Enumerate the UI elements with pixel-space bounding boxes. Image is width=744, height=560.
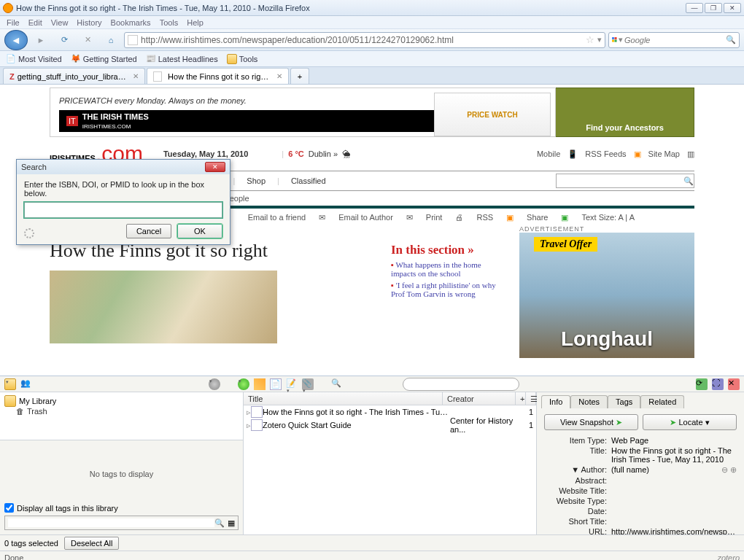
tool-email-friend[interactable]: Email to a friend <box>248 213 306 222</box>
tab-info[interactable]: Info <box>541 395 570 408</box>
minimize-button[interactable]: — <box>686 3 703 13</box>
tab-close-icon[interactable]: ✕ <box>133 72 139 80</box>
actions-menu-icon[interactable] <box>209 378 220 390</box>
tab-notes[interactable]: Notes <box>570 395 608 408</box>
link-sitemap[interactable]: Site Map <box>648 149 680 158</box>
trash[interactable]: 🗑Trash <box>16 407 239 416</box>
search-icon[interactable]: 🔍 <box>214 518 225 528</box>
menu-tools[interactable]: Tools <box>156 18 182 27</box>
new-note-menu-icon[interactable]: 📝 <box>286 378 298 390</box>
display-all-tags-checkbox[interactable]: Display all tags in this library <box>4 503 239 513</box>
banner-pricewatch[interactable]: PRICEWATCH every Monday. Always on the m… <box>50 88 556 137</box>
tab-zotero-docs[interactable]: Z getting_stuff_into_your_library [Zot..… <box>3 68 145 84</box>
sync-icon[interactable]: ⟳ <box>696 378 708 390</box>
zotero-search-input[interactable] <box>403 378 519 391</box>
url-bar[interactable]: ☆ ▾ <box>124 32 605 48</box>
section-link[interactable]: What happens in the home impacts on the … <box>391 260 497 278</box>
link-mobile[interactable]: Mobile <box>537 149 560 158</box>
tag-menu-icon[interactable]: ▦ <box>228 518 235 528</box>
tool-share[interactable]: Share <box>527 213 548 222</box>
bookmark-tools[interactable]: Tools <box>227 54 258 64</box>
tab-irish-times[interactable]: How the Finns got it so right - Th... ✕ <box>147 68 289 84</box>
search-engine-dropdown[interactable]: ▾ <box>619 35 623 44</box>
nav-item[interactable]: Classified <box>291 176 326 185</box>
col-creator[interactable]: Creator <box>443 392 516 405</box>
meta-itemtype[interactable]: Web Page <box>611 436 737 445</box>
my-library[interactable]: My Library <box>4 395 239 407</box>
site-search[interactable]: 🔍 <box>556 174 694 188</box>
home-button[interactable]: ⌂ <box>101 31 121 50</box>
attach-icon[interactable]: 📎 <box>302 378 314 390</box>
tool-rss[interactable]: RSS <box>476 213 493 222</box>
view-snapshot-button[interactable]: View Snapshot ➤ <box>544 414 638 430</box>
tab-related[interactable]: Related <box>640 395 684 408</box>
identifier-input[interactable] <box>24 202 222 218</box>
toggle-fullscreen-icon[interactable]: ⛶ <box>712 378 724 390</box>
meta-short-title[interactable] <box>611 517 737 526</box>
tool-email-author[interactable]: Email to Author <box>338 213 393 222</box>
new-note-icon[interactable]: 📄 <box>270 378 282 390</box>
tool-textsize[interactable]: Text Size: A | A <box>581 213 635 222</box>
bookmark-most-visited[interactable]: 📄Most Visited <box>6 54 62 64</box>
col-title[interactable]: Title <box>244 392 443 405</box>
nav-item[interactable]: Shop <box>247 176 266 185</box>
menu-file[interactable]: File <box>3 18 23 27</box>
add-by-identifier-icon[interactable] <box>254 378 266 390</box>
tab-close-icon[interactable]: ✕ <box>276 72 282 80</box>
menu-bookmarks[interactable]: Bookmarks <box>107 18 155 27</box>
deselect-all-button[interactable]: Deselect All <box>64 537 119 550</box>
menu-history[interactable]: History <box>73 18 105 27</box>
ok-button[interactable]: OK <box>177 224 222 238</box>
bookmark-latest-headlines[interactable]: 📰Latest Headlines <box>146 54 218 64</box>
close-button[interactable]: ✕ <box>724 3 741 13</box>
dialog-titlebar[interactable]: Search ✕ <box>17 160 230 174</box>
new-tab-button[interactable]: + <box>290 68 309 84</box>
stop-button[interactable]: ✕ <box>77 31 98 50</box>
meta-url[interactable]: http://www.irishtimes.com/newspap... <box>611 527 737 534</box>
section-link[interactable]: 'I feel a right philistine' on why Prof … <box>391 281 497 298</box>
zotero-logo[interactable]: zotero <box>717 553 740 561</box>
meta-title[interactable]: How the Finns got it so right - The Iris… <box>611 446 737 464</box>
new-collection-icon[interactable] <box>4 378 16 390</box>
url-dropdown-icon[interactable]: ▾ <box>597 35 602 44</box>
banner-ancestors[interactable]: Find your Ancestors <box>556 88 694 137</box>
cancel-button[interactable]: Cancel <box>126 224 171 238</box>
menu-edit[interactable]: Edit <box>25 18 46 27</box>
new-item-icon[interactable] <box>238 378 249 390</box>
back-button[interactable]: ◄ <box>4 30 28 50</box>
meta-website-title[interactable] <box>611 486 737 495</box>
dialog-close-button[interactable]: ✕ <box>205 162 225 172</box>
menu-view[interactable]: View <box>47 18 72 27</box>
tool-print[interactable]: Print <box>426 213 443 222</box>
link-rss[interactable]: RSS Feeds <box>585 149 626 158</box>
meta-date[interactable] <box>611 507 737 516</box>
maximize-button[interactable]: ❐ <box>705 3 722 13</box>
advanced-search-icon[interactable]: 🔍 <box>331 378 343 390</box>
weather-widget[interactable]: | 6 °C Dublin » 🌦 <box>282 149 350 158</box>
site-search-input[interactable] <box>557 176 683 185</box>
meta-abstract[interactable] <box>611 476 737 485</box>
meta-author[interactable]: (full name) ⊖ ⊕ <box>611 465 737 475</box>
reload-button[interactable]: ⟳ <box>54 31 74 50</box>
meta-website-type[interactable] <box>611 497 737 505</box>
items-list[interactable]: Title Creator + ☰ ▹ How the Finns got it… <box>244 392 537 534</box>
forward-button[interactable]: ► <box>31 31 51 50</box>
close-pane-icon[interactable]: ✕ <box>728 378 740 390</box>
sidebar-ad[interactable]: Travel Offer Longhaul <box>519 233 694 358</box>
locate-button[interactable]: ➤ Locate ▾ <box>643 414 737 430</box>
search-icon[interactable]: 🔍 <box>683 176 694 186</box>
new-group-icon[interactable]: 👥 <box>20 378 32 390</box>
url-input[interactable] <box>141 35 586 45</box>
col-menu[interactable]: ☰ <box>526 392 536 405</box>
col-add[interactable]: + <box>516 392 526 405</box>
search-bar[interactable]: ▾ 🔍 <box>608 32 740 48</box>
bookmark-getting-started[interactable]: 🦊Getting Started <box>71 54 137 64</box>
menu-help[interactable]: Help <box>183 18 207 27</box>
collections-tree[interactable]: My Library 🗑Trash <box>0 392 243 440</box>
search-input[interactable] <box>624 36 726 44</box>
list-item[interactable]: ▹ Zotero Quick Start Guide Center for Hi… <box>244 419 536 432</box>
bookmark-star-icon[interactable]: ☆ <box>586 34 594 45</box>
tag-filter-input[interactable] <box>8 518 214 527</box>
search-go-icon[interactable]: 🔍 <box>726 35 736 44</box>
tab-tags[interactable]: Tags <box>608 395 640 408</box>
